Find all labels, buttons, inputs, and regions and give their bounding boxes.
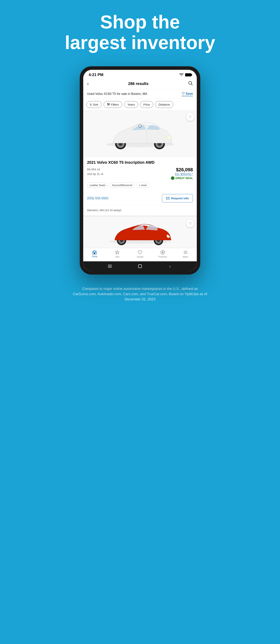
svg-point-6 <box>109 104 109 104</box>
nav-shop-label: Shop <box>92 255 97 258</box>
heart-icon: ♡ <box>182 92 185 96</box>
nav-sell[interactable]: Sell <box>106 250 129 258</box>
saved-icon <box>138 250 142 255</box>
dealer-phone[interactable]: (555) 555-5555 <box>87 196 108 200</box>
contact-row: (555) 555-5555 Request info <box>87 191 193 202</box>
car-image-container: ♡ <box>83 110 197 157</box>
more-icon <box>183 250 188 255</box>
car-price-block: $26,098 Est. $391/mo.* ↑ GREAT DEAL <box>171 167 193 180</box>
filter-bar: ⇅ Sort Filters Years <box>83 99 197 110</box>
filter-icon <box>107 103 110 106</box>
dealer-location: Danvers, MA (14 mi away) <box>83 206 197 215</box>
sort-icon: ⇅ <box>90 103 92 106</box>
request-info-button[interactable]: Request info <box>162 194 193 202</box>
svg-point-5 <box>107 103 108 104</box>
years-filter-pill[interactable]: Years <box>124 101 138 108</box>
back-gesture[interactable] <box>107 264 112 269</box>
price-filter-pill[interactable]: Price <box>140 101 153 108</box>
nav-finance[interactable]: Finance <box>151 250 174 258</box>
svg-line-1 <box>191 84 192 85</box>
car-title-1: 2021 Volvo XC60 T5 Inscription AWD <box>87 160 193 165</box>
deal-icon: ↑ <box>171 176 174 180</box>
feature-more[interactable]: + more <box>136 182 149 188</box>
bottom-nav: Shop Sell Saved Finance <box>83 248 197 261</box>
search-description-text: Used Volvo XC60 T5 for sale in Boston, M… <box>87 92 147 96</box>
favorite-button-2[interactable]: ♡ <box>186 220 194 227</box>
car-image-white-volvo <box>99 114 181 153</box>
shop-icon <box>92 250 97 254</box>
svg-rect-25 <box>94 252 95 254</box>
finance-icon <box>160 250 165 255</box>
nav-shop[interactable]: Shop <box>83 250 106 258</box>
nav-more[interactable]: More <box>174 250 197 258</box>
status-time: 4:21 PM <box>89 72 104 77</box>
email-icon <box>166 197 170 200</box>
search-button[interactable] <box>188 80 193 87</box>
svg-point-0 <box>188 82 192 84</box>
estimated-payment[interactable]: Est. $391/mo.* <box>171 172 193 176</box>
feature-sunroof: Sunroof/Moonroof <box>110 182 135 188</box>
favorite-button-1[interactable]: ♡ <box>186 113 194 121</box>
nav-sell-label: Sell <box>115 256 119 258</box>
footer-disclaimer: Compared to major online automotive mark… <box>70 286 210 314</box>
distance-filter-pill[interactable]: Distance <box>155 101 173 108</box>
home-gesture[interactable] <box>137 264 143 269</box>
svg-point-7 <box>108 105 108 106</box>
deal-badge: ↑ GREAT DEAL <box>171 176 193 180</box>
hero-title: Shop the largest inventory <box>65 12 215 53</box>
filters-pill[interactable]: Filters <box>104 101 122 108</box>
svg-rect-17 <box>166 197 169 200</box>
car-image-red-volvo <box>103 219 177 246</box>
nav-finance-label: Finance <box>158 256 167 258</box>
nav-more-label: More <box>183 256 188 258</box>
results-count: 286 results <box>128 82 148 86</box>
gesture-bar: ‹ <box>83 261 197 271</box>
search-description-bar: Used Volvo XC60 T5 for sale in Boston, M… <box>83 89 197 99</box>
nav-saved[interactable]: Saved <box>129 250 152 258</box>
feature-pills: Leather Seats Sunroof/Moonroof + more <box>87 182 193 188</box>
nav-saved-label: Saved <box>137 256 143 258</box>
sort-filter-pill[interactable]: ⇅ Sort <box>86 101 102 108</box>
save-button[interactable]: ♡ Save <box>182 92 193 96</box>
listing-card-1: ♡ 2021 Volvo XC60 T5 Inscription AWD 69,… <box>83 110 197 217</box>
phone-frame: 4:21 PM ‹ 286 results <box>80 66 200 274</box>
battery-icon <box>185 73 191 76</box>
app-header: ‹ 286 results <box>83 78 197 89</box>
status-icons <box>179 73 191 76</box>
wifi-icon <box>179 73 184 76</box>
recents-gesture[interactable]: ‹ <box>168 264 173 269</box>
sell-icon <box>115 250 120 255</box>
back-button[interactable]: ‹ <box>87 81 89 87</box>
car-specs: 69,454 mi 316 hp 2L I4 <box>87 167 103 176</box>
car-price: $26,098 <box>171 167 193 172</box>
status-bar: 4:21 PM <box>83 70 197 78</box>
listing-card-2: ♡ <box>83 217 197 248</box>
feature-leather-seats: Leather Seats <box>87 182 108 188</box>
